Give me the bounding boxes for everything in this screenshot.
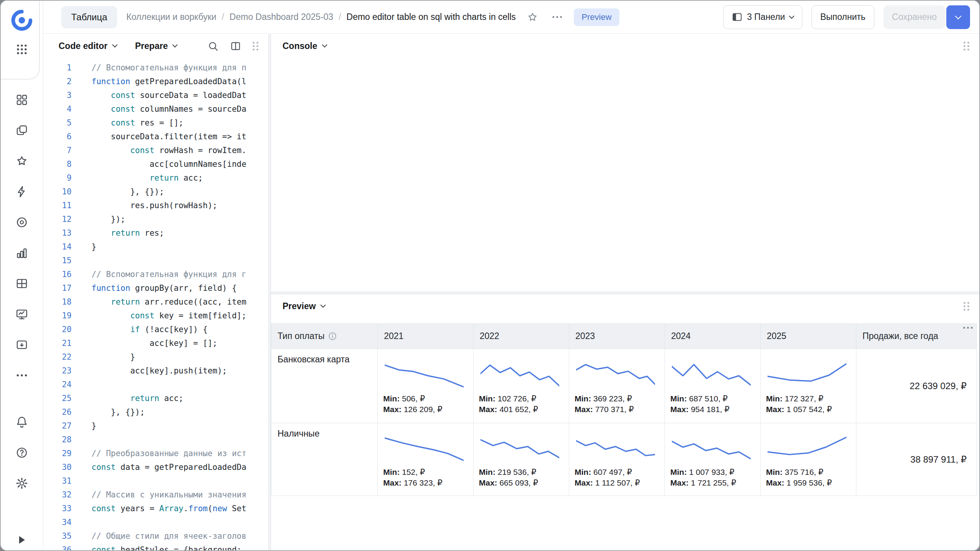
line-number: 28 [43, 433, 72, 447]
breadcrumb-item[interactable]: Demo editor table on sql with charts in … [346, 12, 516, 22]
code-line[interactable]: 5 const res = []; [43, 116, 268, 130]
code-line[interactable]: 14} [43, 240, 268, 254]
code-line[interactable]: 35// Общие стили для ячеек-заголов [43, 529, 268, 543]
target-icon[interactable] [15, 216, 28, 229]
sidebar-bottom [15, 416, 28, 490]
code-line[interactable]: 19 const key = item[field]; [43, 309, 268, 323]
code-line[interactable]: 4 const columnNames = sourceDa [43, 102, 268, 116]
more-icon[interactable] [15, 369, 28, 382]
min-max-values: Min: 687 510, ₽Max: 954 181, ₽ [670, 393, 755, 415]
code-line[interactable]: 26 }, {}); [43, 405, 268, 419]
code-line[interactable]: 23 acc[key].push(item); [43, 364, 268, 378]
console-title-dropdown[interactable]: Console [283, 41, 327, 51]
panels-button[interactable]: 3 Панели [723, 5, 802, 29]
code-line[interactable]: 33const years = Array.from(new Set [43, 502, 268, 515]
save-menu-button[interactable] [946, 5, 970, 29]
line-number: 23 [43, 364, 72, 378]
notifications-bell-icon[interactable] [15, 416, 28, 429]
vertical-splitter[interactable] [268, 34, 271, 550]
code-area[interactable]: 1// Вспомогательная функция для п2functi… [43, 58, 268, 550]
info-icon[interactable] [328, 332, 336, 340]
code-line[interactable]: 3 const sourceData = loadedDat [43, 88, 268, 102]
year-cell: Min: 102 726, ₽Max: 401 652, ₽ [474, 349, 569, 423]
line-number: 6 [43, 130, 72, 143]
code-text: // Массив с уникальными значения [91, 488, 247, 502]
code-line[interactable]: 20 if (!acc[key]) { [43, 323, 268, 336]
code-line[interactable]: 2function getPreparedLoadedData(l [43, 75, 268, 88]
favorites-star-icon[interactable] [15, 155, 28, 168]
code-line[interactable]: 28 [43, 433, 268, 447]
run-button[interactable]: Выполнить [812, 5, 874, 29]
line-number: 11 [43, 199, 72, 212]
table-grid-icon[interactable] [15, 277, 28, 290]
horizontal-splitter[interactable] [271, 292, 979, 294]
preview-panel: Preview Тип оплаты20212022202320242025Пр… [271, 294, 979, 550]
monitor-icon[interactable] [15, 308, 28, 321]
breadcrumb-item[interactable]: Demo Dashboard 2025-03 [230, 12, 333, 22]
code-line[interactable]: 29// Преобразованные данные из ист [43, 447, 268, 460]
collections-icon[interactable] [15, 124, 28, 137]
drag-handle-icon[interactable] [964, 42, 969, 51]
sparkline-chart [672, 433, 751, 465]
code-line[interactable]: 13 return res; [43, 226, 268, 240]
code-line[interactable]: 32// Массив с уникальными значения [43, 488, 268, 502]
code-line[interactable]: 7 const rowHash = rowItem. [43, 143, 268, 157]
line-number: 30 [43, 460, 72, 474]
search-icon[interactable] [207, 41, 219, 52]
line-number: 1 [43, 61, 72, 75]
editor-title-dropdown[interactable]: Code editor [59, 41, 117, 51]
code-line[interactable]: 25 return acc; [43, 391, 268, 405]
code-line[interactable]: 16// Вспомогательная функция для г [43, 267, 268, 281]
code-line[interactable]: 1// Вспомогательная функция для п [43, 61, 268, 75]
code-line[interactable]: 10 }, {}); [43, 185, 268, 199]
code-line[interactable]: 17function groupBy(arr, field) { [43, 281, 268, 295]
console-title: Console [283, 41, 317, 51]
help-icon[interactable] [15, 446, 28, 459]
code-line[interactable]: 12 }); [43, 212, 268, 226]
min-max-values: Min: 152, ₽Max: 176 323, ₽ [383, 467, 468, 488]
code-line[interactable]: 30const data = getPreparedLoadedDa [43, 460, 268, 474]
code-text: }); [91, 212, 126, 226]
column-menu-icon[interactable] [963, 327, 973, 329]
drag-handle-icon[interactable] [253, 42, 258, 51]
line-number: 7 [43, 143, 72, 157]
line-number: 29 [43, 447, 72, 460]
code-line[interactable]: 31 [43, 474, 268, 488]
code-line[interactable]: 24 [43, 378, 268, 391]
split-view-icon[interactable] [230, 41, 241, 52]
more-menu-icon[interactable] [549, 10, 565, 25]
editor-mode-dropdown[interactable]: Prepare [135, 41, 177, 51]
code-line[interactable]: 22 } [43, 350, 268, 364]
quick-actions-icon[interactable] [15, 185, 28, 198]
code-line[interactable]: 8 acc[columnNames[inde [43, 157, 268, 171]
sparkline-chart [768, 360, 846, 392]
code-text: // Общие стили для ячеек-заголов [91, 529, 247, 543]
tab-table[interactable]: Таблица [61, 6, 117, 28]
year-cell: Min: 375 716, ₽Max: 1 959 536, ₽ [761, 423, 856, 496]
column-header: 2024 [665, 324, 761, 349]
drag-handle-icon[interactable] [964, 302, 969, 311]
expand-arrow-icon[interactable] [15, 534, 28, 546]
settings-gear-icon[interactable] [15, 477, 28, 490]
code-line[interactable]: 36const headStyles = {background: [43, 543, 268, 550]
widgets-icon[interactable] [15, 93, 28, 106]
sparkline-chart [480, 433, 559, 465]
bar-chart-icon[interactable] [15, 246, 28, 259]
code-line[interactable]: 15 [43, 254, 268, 267]
code-line[interactable]: 11 res.push(rowHash); [43, 199, 268, 212]
code-text: const headStyles = {background: [91, 543, 242, 550]
apps-grid-icon[interactable] [15, 43, 28, 56]
code-line[interactable]: 9 return acc; [43, 171, 268, 185]
min-max-values: Min: 369 223, ₽Max: 770 371, ₽ [575, 393, 659, 415]
breadcrumb-item[interactable]: Коллекции и воркбуки [126, 12, 216, 22]
code-line[interactable]: 27} [43, 419, 268, 433]
code-line[interactable]: 18 return arr.reduce((acc, item [43, 295, 268, 309]
code-line[interactable]: 6 sourceData.filter(item => it [43, 130, 268, 143]
storage-box-icon[interactable] [15, 338, 28, 351]
datalens-logo[interactable] [11, 9, 33, 31]
preview-badge[interactable]: Preview [574, 8, 619, 26]
favorite-star-icon[interactable] [525, 10, 540, 25]
code-line[interactable]: 21 acc[key] = []; [43, 336, 268, 350]
preview-title-dropdown[interactable]: Preview [283, 301, 325, 311]
code-line[interactable]: 34 [43, 515, 268, 529]
